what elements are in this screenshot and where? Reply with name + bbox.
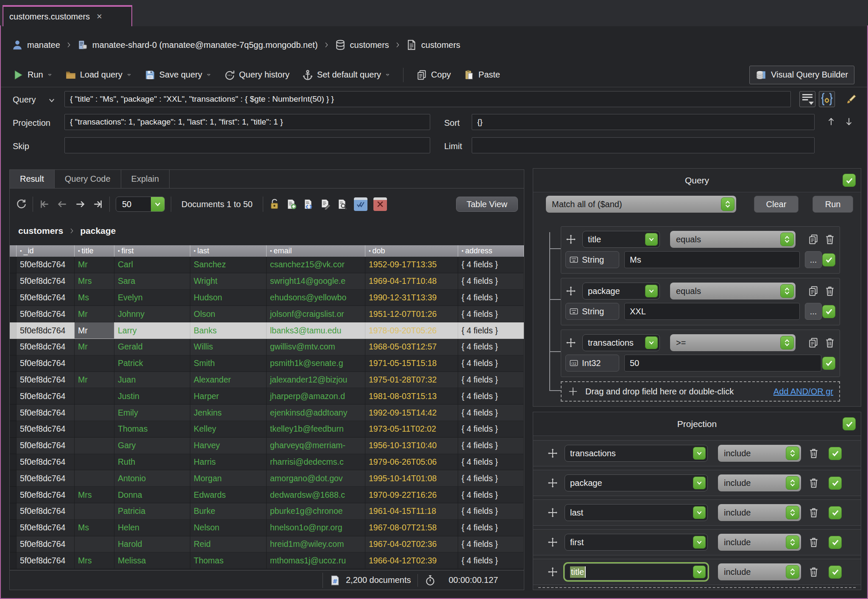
trash-icon[interactable] bbox=[824, 286, 835, 297]
condition-enabled-checkbox[interactable] bbox=[822, 357, 835, 370]
copy-button[interactable]: Copy bbox=[416, 69, 451, 80]
add-document-icon[interactable] bbox=[286, 199, 297, 210]
table-view-button[interactable]: Table View bbox=[456, 197, 518, 212]
table-row[interactable]: 5f0ef8dc764 Thomas Kelley tkelley1b@feed… bbox=[10, 421, 524, 438]
move-handle-icon[interactable] bbox=[565, 234, 576, 245]
add-and-or-group-link[interactable]: Add AND/OR gr bbox=[773, 387, 833, 397]
builder-run-button[interactable]: Run bbox=[812, 196, 853, 213]
breadcrumb-server[interactable]: manatee-shard-0 (manatee@manatee-7q5gg.m… bbox=[77, 39, 318, 50]
field-dropzone[interactable]: Drag and drop field here or double-click… bbox=[561, 381, 840, 402]
projection-field-select[interactable]: transactions bbox=[565, 445, 708, 462]
table-row[interactable]: 5f0ef8dc764 Mr Larry Banks lbanks3@tamu.… bbox=[10, 322, 524, 339]
projection-enabled-checkbox[interactable] bbox=[829, 477, 842, 490]
query-settings-icon[interactable] bbox=[819, 91, 835, 107]
breadcrumb-database[interactable]: customers bbox=[335, 39, 389, 50]
table-row[interactable]: 5f0ef8dc764 Mrs Sara Wright swright14@go… bbox=[10, 273, 524, 290]
tab-explain[interactable]: Explain bbox=[121, 170, 170, 188]
projection-enabled-checkbox[interactable] bbox=[829, 447, 842, 460]
breadcrumb-collection[interactable]: customers bbox=[406, 39, 460, 50]
ellipsis-button[interactable]: ... bbox=[805, 251, 822, 268]
table-row[interactable]: 5f0ef8dc764 Mrs Donna Edwards dedwardsw@… bbox=[10, 487, 524, 503]
table-row[interactable]: 5f0ef8dc764 Patricia Burke pburke1g@chro… bbox=[10, 503, 524, 520]
load-query-button[interactable]: Load query bbox=[65, 69, 132, 80]
condition-operator-select[interactable]: >= bbox=[670, 334, 796, 351]
move-handle-icon[interactable] bbox=[547, 507, 558, 518]
projection-field-select[interactable]: package bbox=[565, 474, 708, 491]
view-document-icon[interactable] bbox=[337, 199, 348, 210]
projection-mode-select[interactable]: include bbox=[718, 534, 801, 551]
prev-page-icon[interactable] bbox=[57, 199, 68, 210]
trash-icon[interactable] bbox=[824, 234, 835, 245]
duplicate-icon[interactable] bbox=[808, 337, 819, 348]
projection-mode-select[interactable]: include bbox=[718, 445, 801, 462]
duplicate-icon[interactable] bbox=[808, 286, 819, 297]
projection-mode-select[interactable]: include bbox=[718, 563, 801, 580]
condition-enabled-checkbox[interactable] bbox=[822, 305, 835, 318]
query-input[interactable] bbox=[64, 91, 791, 107]
arrow-up-icon[interactable] bbox=[826, 117, 836, 126]
condition-value-input[interactable] bbox=[624, 303, 800, 320]
sort-input[interactable] bbox=[472, 114, 815, 130]
first-page-icon[interactable] bbox=[39, 199, 50, 210]
condition-type-select[interactable]: String bbox=[565, 251, 619, 268]
ellipsis-button[interactable]: ... bbox=[805, 303, 822, 320]
breadcrumb-user[interactable]: manatee bbox=[12, 39, 60, 50]
table-row[interactable]: 5f0ef8dc764 Justin Harper jharperp@amazo… bbox=[10, 388, 524, 405]
table-row[interactable]: 5f0ef8dc764 Patrick Smith psmith1k@senat… bbox=[10, 355, 524, 372]
table-row[interactable]: 5f0ef8dc764 Mr Gerald Willis gwillisv@mt… bbox=[10, 339, 524, 355]
path-collection[interactable]: customers bbox=[18, 226, 63, 236]
match-mode-select[interactable]: Match all of ($and) bbox=[546, 196, 736, 213]
move-handle-icon[interactable] bbox=[547, 477, 558, 488]
condition-field-select[interactable]: transactions bbox=[582, 334, 660, 351]
move-handle-icon[interactable] bbox=[547, 448, 558, 459]
query-options-icon[interactable] bbox=[799, 91, 815, 107]
table-row[interactable]: 5f0ef8dc764 Mrs Melissa Thomas mthomas1j… bbox=[10, 552, 524, 569]
header-title[interactable]: title bbox=[75, 245, 114, 257]
projection-enabled-checkbox[interactable] bbox=[829, 566, 842, 579]
trash-icon[interactable] bbox=[808, 448, 819, 459]
table-row[interactable]: 5f0ef8dc764 Emily Jenkins ejenkinsd@addt… bbox=[10, 405, 524, 421]
query-history-button[interactable]: Query history bbox=[224, 69, 289, 80]
limit-input[interactable] bbox=[472, 137, 815, 153]
set-default-query-button[interactable]: Set default query bbox=[302, 69, 390, 80]
table-row[interactable]: 5f0ef8dc764 Ruth Harris rharrisi@dedecms… bbox=[10, 454, 524, 471]
query-enabled-checkbox[interactable] bbox=[843, 174, 856, 187]
table-row[interactable]: 5f0ef8dc764 Ms Helen Nelson hnelson1o@np… bbox=[10, 520, 524, 536]
move-handle-icon[interactable] bbox=[547, 537, 558, 548]
move-handle-icon[interactable] bbox=[547, 566, 558, 577]
trash-icon[interactable] bbox=[808, 566, 819, 577]
header-id[interactable]: _id bbox=[17, 245, 75, 257]
refresh-icon[interactable] bbox=[16, 199, 27, 210]
visual-query-builder-button[interactable]: Visual Query Builder bbox=[749, 66, 854, 84]
trash-icon[interactable] bbox=[808, 477, 819, 488]
projection-enabled-checkbox[interactable] bbox=[829, 506, 842, 519]
clear-button[interactable]: Clear bbox=[754, 196, 799, 213]
table-row[interactable]: 5f0ef8dc764 Ms Evelyn Hudson ehudsons@ye… bbox=[10, 290, 524, 306]
condition-type-select[interactable]: i32 Int32 bbox=[565, 355, 619, 372]
projection-enabled-checkbox[interactable] bbox=[829, 536, 842, 549]
trash-icon[interactable] bbox=[808, 537, 819, 548]
path-field[interactable]: package bbox=[80, 226, 116, 236]
header-first[interactable]: first bbox=[114, 245, 190, 257]
trash-icon[interactable] bbox=[808, 507, 819, 518]
tab-query-code[interactable]: Query Code bbox=[55, 170, 121, 188]
move-handle-icon[interactable] bbox=[565, 337, 576, 348]
table-row[interactable]: 5f0ef8dc764 Mr Carl Sanchez csanchez15@v… bbox=[10, 257, 524, 273]
condition-field-select[interactable]: title bbox=[582, 231, 660, 248]
unlock-icon[interactable] bbox=[269, 199, 280, 210]
table-row[interactable]: 5f0ef8dc764 Harold Reid hreid1m@wiley.co… bbox=[10, 536, 524, 553]
chevron-down-icon[interactable] bbox=[48, 97, 56, 104]
run-button[interactable]: Run bbox=[13, 69, 53, 80]
header-last[interactable]: last bbox=[190, 245, 267, 257]
condition-type-select[interactable]: String bbox=[565, 303, 619, 320]
table-row[interactable]: 5f0ef8dc764 Mr Johnny Olson jolsonf@crai… bbox=[10, 306, 524, 322]
condition-value-input[interactable] bbox=[624, 251, 800, 268]
table-row[interactable]: 5f0ef8dc764 Gary Harvey gharveyq@merriam… bbox=[10, 438, 524, 454]
header-email[interactable]: email bbox=[267, 245, 365, 257]
duplicate-icon[interactable] bbox=[808, 234, 819, 245]
header-address[interactable]: address bbox=[458, 245, 524, 257]
next-page-icon[interactable] bbox=[75, 199, 86, 210]
projection-field-select[interactable]: last bbox=[565, 504, 708, 521]
condition-operator-select[interactable]: equals bbox=[670, 283, 796, 300]
table-row[interactable]: 5f0ef8dc764 Mr Juan Alexander jalexander… bbox=[10, 372, 524, 388]
